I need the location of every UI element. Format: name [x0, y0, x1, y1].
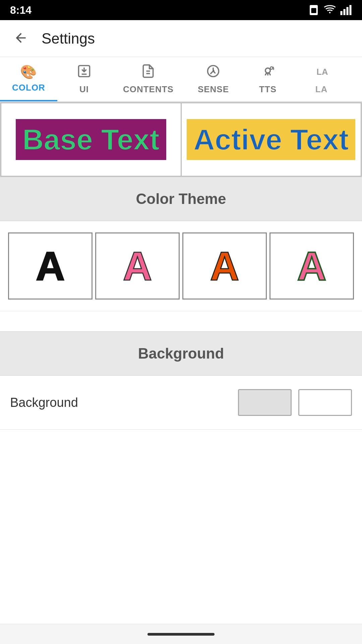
back-arrow-icon: [13, 31, 28, 45]
svg-rect-3: [341, 11, 343, 15]
status-time: 8:14: [10, 4, 32, 16]
back-button[interactable]: [10, 27, 32, 50]
status-icons: [308, 4, 352, 16]
svg-point-2: [329, 12, 331, 13]
background-color-btn-2[interactable]: [298, 389, 352, 416]
color-theme-title: Color Theme: [136, 191, 226, 207]
background-section-header: Background: [0, 331, 362, 376]
background-section-title: Background: [138, 345, 224, 362]
theme-swatches: A A A A: [0, 221, 362, 311]
page-title: Settings: [42, 30, 95, 47]
la-icon: LA: [314, 64, 329, 82]
nav-bar: [0, 624, 362, 644]
svg-rect-5: [347, 7, 349, 15]
svg-rect-6: [350, 5, 352, 15]
base-text-preview: Base Text: [1, 103, 181, 176]
svg-text:LA: LA: [316, 67, 328, 76]
tab-color-label: COLOR: [12, 83, 45, 93]
nav-indicator: [147, 633, 215, 636]
swatch-1-letter: A: [36, 243, 65, 289]
tab-bar: 🎨 COLOR UI CONTENTS SENSE TTS LA LA: [0, 57, 362, 102]
tab-la-label: LA: [315, 84, 328, 95]
background-row-label: Background: [10, 395, 78, 410]
background-controls: [238, 389, 352, 416]
clock-download-icon: [206, 64, 221, 82]
base-text-display: Base Text: [16, 119, 166, 160]
palette-icon: 🎨: [20, 64, 37, 80]
tab-la[interactable]: LA LA: [295, 57, 348, 101]
swatch-4-letter: A: [297, 243, 326, 289]
active-text-preview: Active Text: [181, 103, 362, 176]
tab-ui[interactable]: UI: [57, 57, 111, 101]
tab-sense-label: SENSE: [198, 84, 229, 95]
swatch-3[interactable]: A: [182, 232, 267, 300]
tab-contents-label: CONTENTS: [123, 84, 174, 95]
hearing-icon: [260, 64, 275, 82]
sim-card-icon: [308, 4, 320, 16]
color-theme-header: Color Theme: [0, 177, 362, 221]
preview-section: Base Text Active Text: [0, 102, 362, 177]
tab-contents[interactable]: CONTENTS: [111, 57, 186, 101]
svg-point-13: [270, 67, 273, 69]
active-text-display: Active Text: [187, 119, 355, 160]
svg-point-12: [265, 68, 270, 73]
swatch-1[interactable]: A: [8, 232, 93, 300]
svg-rect-1: [311, 8, 316, 13]
wifi-icon: [324, 4, 336, 16]
tab-sense[interactable]: SENSE: [186, 57, 241, 101]
swatch-2[interactable]: A: [95, 232, 180, 300]
status-bar: 8:14: [0, 0, 362, 20]
background-row: Background: [0, 376, 362, 430]
tab-color[interactable]: 🎨 COLOR: [0, 57, 57, 101]
tab-ui-label: UI: [79, 84, 89, 95]
tab-tts[interactable]: TTS: [241, 57, 295, 101]
download-box-icon: [77, 64, 92, 82]
svg-rect-4: [344, 9, 346, 15]
app-bar: Settings: [0, 20, 362, 57]
document-icon: [141, 64, 156, 82]
swatch-3-letter: A: [210, 243, 239, 289]
swatch-4[interactable]: A: [269, 232, 354, 300]
signal-icon: [340, 4, 352, 16]
background-color-btn-1[interactable]: [238, 389, 292, 416]
swatch-2-letter: A: [123, 243, 152, 289]
background-section: Background Background: [0, 331, 362, 430]
tab-tts-label: TTS: [259, 84, 277, 95]
